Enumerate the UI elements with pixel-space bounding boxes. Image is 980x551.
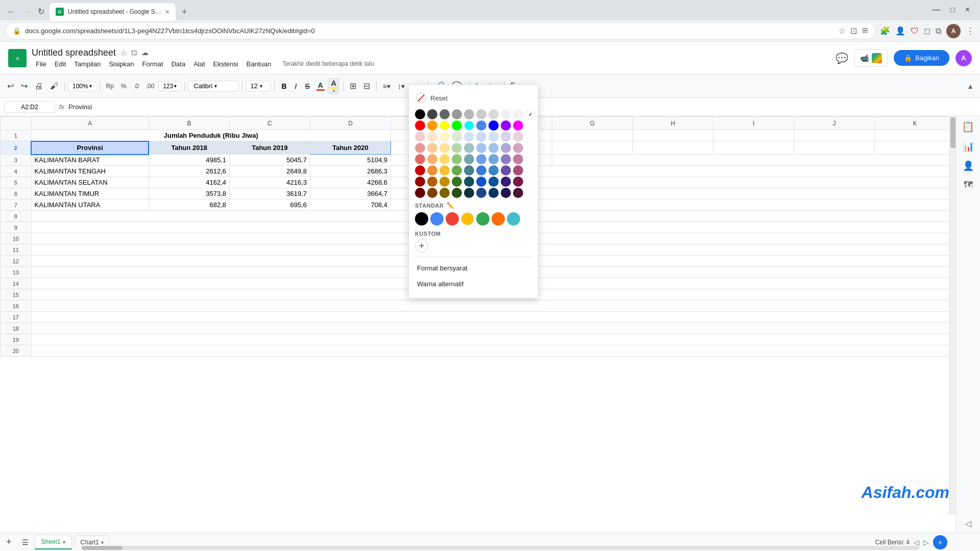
cell-A2[interactable]: Provinsi xyxy=(31,141,149,155)
apps-icon[interactable]: ⊞ xyxy=(862,26,868,36)
text-color-control[interactable]: A xyxy=(314,80,327,92)
swatch-r4c4[interactable] xyxy=(452,143,462,153)
swatch-r8c9[interactable] xyxy=(513,188,523,198)
row-num-20[interactable]: 20 xyxy=(1,345,32,357)
swatch-r4c1[interactable] xyxy=(415,143,425,153)
swatch-r6c2[interactable] xyxy=(427,165,437,176)
add-sheet-button[interactable]: + xyxy=(2,535,16,549)
merge-button[interactable]: ⊟ xyxy=(360,79,373,93)
swatch-r7c1[interactable] xyxy=(415,177,425,187)
swatch-r8c3[interactable] xyxy=(439,188,450,198)
col-header-K[interactable]: K xyxy=(874,117,955,130)
col-header-A[interactable]: A xyxy=(31,117,149,130)
swatch-lightgray2[interactable] xyxy=(513,109,523,119)
print-button[interactable]: 🖨 xyxy=(32,80,46,93)
redo-button[interactable]: ↪ xyxy=(18,79,31,93)
sheet-tab-sheet1[interactable]: Sheet1 ▾ xyxy=(35,535,72,549)
std-swatch-teal[interactable] xyxy=(507,212,520,226)
cell-K2[interactable] xyxy=(874,141,955,155)
swatch-r4c6[interactable] xyxy=(476,143,486,153)
swatch-r8c5[interactable] xyxy=(464,188,474,198)
swatch-yellow[interactable] xyxy=(439,120,450,131)
swatch-r6c5[interactable] xyxy=(464,165,474,176)
decimal2-button[interactable]: .00 xyxy=(143,81,158,92)
right-panel-person-icon[interactable]: 👤 xyxy=(963,160,974,171)
swatch-green[interactable] xyxy=(452,120,462,131)
menu-help[interactable]: Bantuan xyxy=(242,59,275,69)
horizontal-scrollbar[interactable] xyxy=(82,546,919,550)
cell-A3[interactable]: KALIMANTAN BARAT xyxy=(31,155,149,166)
swatch-r8c1[interactable] xyxy=(415,188,425,198)
add-custom-color-button[interactable]: + xyxy=(415,239,428,253)
right-panel-sheets-icon[interactable]: 📋 xyxy=(962,120,974,133)
row-num-10[interactable]: 10 xyxy=(1,233,32,244)
swatch-white[interactable]: ✓ xyxy=(525,109,535,119)
borders-button[interactable]: ⊞ xyxy=(347,79,359,93)
swatch-r6c9[interactable] xyxy=(513,165,523,176)
cell-C2[interactable]: Tahun 2019 xyxy=(229,141,310,155)
bookmark-icon[interactable]: ☆ xyxy=(838,26,845,36)
menu-edit[interactable]: Edit xyxy=(51,59,70,69)
cell-I1[interactable] xyxy=(713,130,794,141)
cell-C7[interactable]: 695,6 xyxy=(229,199,310,211)
cell-A6[interactable]: KALIMANTAN TIMUR xyxy=(31,188,149,199)
swatch-r5c1[interactable] xyxy=(415,154,425,164)
swatch-blue-light[interactable] xyxy=(476,132,486,142)
extension2-icon[interactable]: ◻ xyxy=(924,26,930,36)
menu-format[interactable]: Format xyxy=(138,59,167,69)
strikethrough-button[interactable]: S xyxy=(301,80,313,92)
forward-button[interactable]: → xyxy=(19,5,34,18)
swatch-lightgray1[interactable] xyxy=(501,109,511,119)
move-icon[interactable]: ⊡ xyxy=(131,48,137,57)
valign-button[interactable]: ↕▾ xyxy=(395,80,408,92)
cast-icon[interactable]: ⊡ xyxy=(850,26,857,36)
swatch-r7c5[interactable] xyxy=(464,177,474,187)
swatch-lavender-light[interactable] xyxy=(501,132,511,142)
right-panel-chart-icon[interactable]: 📊 xyxy=(963,141,974,152)
meet-button[interactable]: 📹 xyxy=(854,49,888,67)
menu-insert[interactable]: Sisipkan xyxy=(105,59,138,69)
cell-A5[interactable]: KALIMANTAN SELATAN xyxy=(31,177,149,188)
row-num-14[interactable]: 14 xyxy=(1,278,32,289)
swatch-red[interactable] xyxy=(415,120,425,131)
swatch-blue2[interactable] xyxy=(488,120,499,131)
swatch-green-light[interactable] xyxy=(452,132,462,142)
address-text[interactable]: docs.google.com/spreadsheets/d/1L3-peg4N… xyxy=(25,27,834,35)
back-button[interactable]: ← xyxy=(4,5,18,18)
swatch-black[interactable] xyxy=(415,109,425,119)
row-num-16[interactable]: 16 xyxy=(1,300,32,312)
col-header-D[interactable]: D xyxy=(310,117,390,130)
swatch-r6c6[interactable] xyxy=(476,165,486,176)
sheet-list-button[interactable]: ☰ xyxy=(18,536,33,548)
std-swatch-blue[interactable] xyxy=(430,212,444,226)
explore-button[interactable]: + xyxy=(933,535,947,549)
cell-G1[interactable] xyxy=(552,130,632,141)
cell-reference-input[interactable]: A2:D2 xyxy=(4,101,55,113)
swatch-darkgray1[interactable] xyxy=(427,109,437,119)
close-button[interactable]: × xyxy=(961,4,974,15)
sheet-nav-prev-button[interactable]: ◁ xyxy=(914,538,919,546)
swatch-r5c3[interactable] xyxy=(439,154,450,164)
row-num-8[interactable]: 8 xyxy=(1,211,32,222)
swatch-gray1[interactable] xyxy=(452,109,462,119)
swatch-r5c5[interactable] xyxy=(464,154,474,164)
fill-color-control[interactable]: A ▾ xyxy=(328,78,340,94)
swatch-r7c9[interactable] xyxy=(513,177,523,187)
cell-G2[interactable] xyxy=(552,141,632,155)
conditional-format-button[interactable]: Format bersyarat xyxy=(415,260,532,276)
row-num-5[interactable]: 5 xyxy=(1,177,32,188)
browser-tab[interactable]: G Untitled spreadsheet - Google S… × xyxy=(50,3,176,20)
minimize-button[interactable]: — xyxy=(928,4,944,15)
row-num-6[interactable]: 6 xyxy=(1,188,32,199)
paint-format-button[interactable]: 🖌 xyxy=(47,80,61,93)
row-num-11[interactable]: 11 xyxy=(1,244,32,256)
swatch-r6c8[interactable] xyxy=(501,165,511,176)
col-header-G[interactable]: G xyxy=(552,117,632,130)
col-header-J[interactable]: J xyxy=(794,117,874,130)
swatch-gray3[interactable] xyxy=(476,109,486,119)
swatch-gray2[interactable] xyxy=(464,109,474,119)
menu-tools[interactable]: Alat xyxy=(189,59,209,69)
row-num-2[interactable]: 2 xyxy=(1,141,32,155)
swatch-teal-light[interactable] xyxy=(464,132,474,142)
alternating-colors-button[interactable]: Warna alternatif xyxy=(415,276,532,292)
